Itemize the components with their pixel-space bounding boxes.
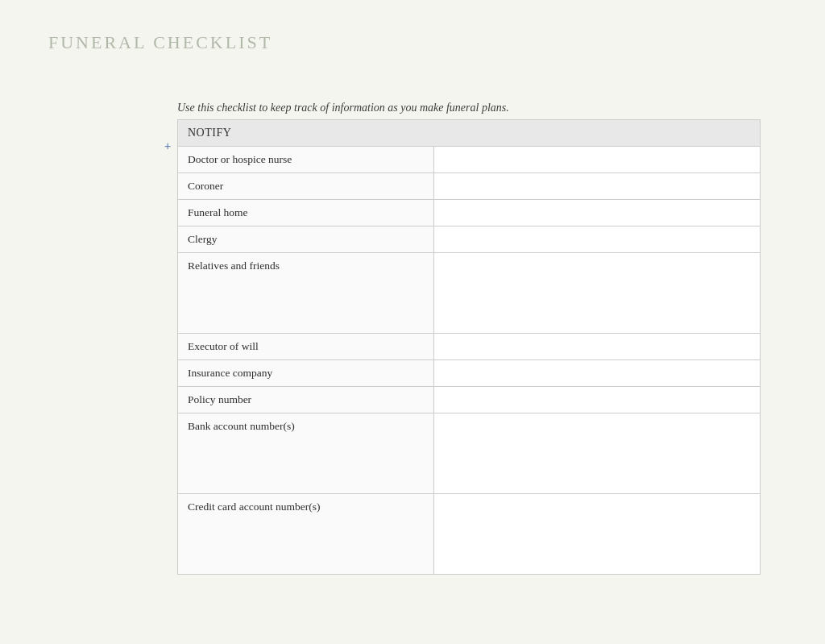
table-row: Bank account number(s) [178, 413, 761, 494]
row-value[interactable] [434, 334, 761, 360]
page-title: FUNERAL CHECKLIST [48, 32, 777, 53]
row-value[interactable] [434, 360, 761, 387]
row-value[interactable] [434, 226, 761, 253]
table-row: Clergy [178, 226, 761, 253]
row-label: Insurance company [178, 360, 434, 387]
row-label: Coroner [178, 173, 434, 200]
notify-table: NOTIFY Doctor or hospice nurseCoronerFun… [177, 119, 761, 575]
row-value[interactable] [434, 413, 761, 494]
row-label: Credit card account number(s) [178, 494, 434, 575]
row-value[interactable] [434, 253, 761, 334]
table-row: Relatives and friends [178, 253, 761, 334]
row-label: Bank account number(s) [178, 413, 434, 494]
table-row: Insurance company [178, 360, 761, 387]
table-row: Credit card account number(s) [178, 494, 761, 575]
add-row-button[interactable]: + [164, 140, 171, 152]
row-label: Executor of will [178, 334, 434, 360]
table-row: Policy number [178, 387, 761, 413]
table-row: Executor of will [178, 334, 761, 360]
table-row: Coroner [178, 173, 761, 200]
row-value[interactable] [434, 387, 761, 413]
row-label: Clergy [178, 226, 434, 253]
row-label: Funeral home [178, 200, 434, 226]
row-label: Policy number [178, 387, 434, 413]
checklist-container: + NOTIFY Doctor or hospice nurseCoronerF… [177, 119, 761, 575]
table-row: Doctor or hospice nurse [178, 147, 761, 173]
row-value[interactable] [434, 147, 761, 173]
intro-text: Use this checklist to keep track of info… [177, 102, 777, 114]
row-value[interactable] [434, 200, 761, 226]
row-value[interactable] [434, 494, 761, 575]
row-label: Doctor or hospice nurse [178, 147, 434, 173]
row-value[interactable] [434, 173, 761, 200]
table-row: Funeral home [178, 200, 761, 226]
row-label: Relatives and friends [178, 253, 434, 334]
table-header: NOTIFY [178, 120, 761, 147]
